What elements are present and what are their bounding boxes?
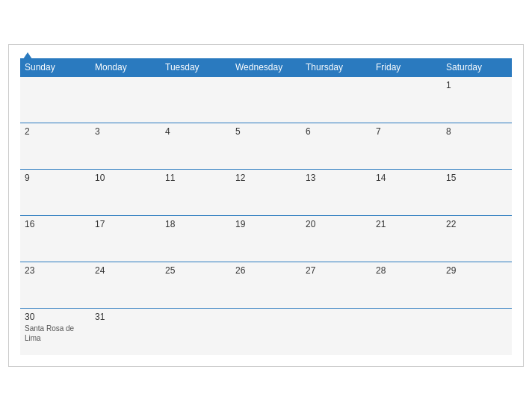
- day-number: 8: [446, 126, 507, 137]
- week-row-3: 9101112131415: [20, 170, 512, 216]
- calendar-cell: 25: [161, 262, 231, 309]
- day-number: 6: [306, 126, 367, 137]
- calendar-cell: 16: [20, 216, 90, 262]
- calendar-cell: 21: [371, 216, 442, 262]
- calendar-cell: 29: [442, 262, 512, 309]
- day-number: 24: [95, 265, 156, 276]
- week-row-4: 16171819202122: [20, 216, 512, 262]
- calendar-wrapper: SundayMondayTuesdayWednesdayThursdayFrid…: [8, 44, 524, 367]
- day-number: 27: [306, 265, 367, 276]
- day-number: 13: [306, 173, 367, 183]
- calendar-cell: 26: [231, 262, 301, 309]
- calendar-cell: 1: [442, 77, 512, 123]
- day-number: 18: [165, 219, 226, 229]
- calendar-cell: 6: [301, 123, 371, 170]
- calendar-cell: [231, 309, 301, 355]
- day-number: 9: [25, 173, 86, 183]
- calendar-cell: 3: [90, 123, 161, 170]
- day-number: 22: [446, 219, 507, 229]
- weekday-header-tuesday: Tuesday: [161, 58, 231, 77]
- calendar-cell: [161, 309, 231, 355]
- logo-triangle-icon: [22, 52, 34, 61]
- day-number: 20: [306, 219, 367, 229]
- calendar-cell: 31: [90, 309, 161, 355]
- calendar-cell: [231, 77, 301, 123]
- weekday-header-friday: Friday: [371, 58, 442, 77]
- day-number: 10: [95, 173, 156, 183]
- day-number: 7: [376, 126, 437, 137]
- day-number: 2: [25, 126, 86, 137]
- calendar-cell: [371, 309, 442, 355]
- calendar-cell: [301, 77, 371, 123]
- calendar-cell: 30Santa Rosa de Lima: [20, 309, 90, 355]
- day-number: 26: [235, 265, 297, 276]
- day-number: 5: [235, 126, 297, 137]
- weekday-header-thursday: Thursday: [301, 58, 371, 77]
- calendar-cell: 23: [20, 262, 90, 309]
- calendar-cell: 22: [442, 216, 512, 262]
- calendar-cell: 15: [442, 170, 512, 216]
- calendar-cell: [442, 309, 512, 355]
- calendar-cell: 8: [442, 123, 512, 170]
- day-number: 4: [165, 126, 226, 137]
- day-number: 1: [446, 80, 507, 90]
- week-row-5: 23242526272829: [20, 262, 512, 309]
- weekday-header-monday: Monday: [90, 58, 161, 77]
- day-number: 28: [376, 265, 437, 276]
- calendar-cell: 12: [231, 170, 301, 216]
- day-number: 11: [165, 173, 226, 183]
- calendar-cell: 14: [371, 170, 442, 216]
- weekday-header-wednesday: Wednesday: [231, 58, 301, 77]
- day-number: 17: [95, 219, 156, 229]
- day-number: 25: [165, 265, 226, 276]
- day-number: 15: [446, 173, 507, 183]
- day-number: 19: [235, 219, 297, 229]
- week-row-1: 1: [20, 77, 512, 123]
- calendar-cell: [161, 77, 231, 123]
- calendar-table: SundayMondayTuesdayWednesdayThursdayFrid…: [20, 58, 512, 355]
- calendar-cell: 19: [231, 216, 301, 262]
- week-row-2: 2345678: [20, 123, 512, 170]
- day-number: 21: [376, 219, 437, 229]
- calendar-cell: 13: [301, 170, 371, 216]
- week-row-6: 30Santa Rosa de Lima31: [20, 309, 512, 355]
- calendar-cell: [371, 77, 442, 123]
- day-number: 29: [446, 265, 507, 276]
- weekday-header-saturday: Saturday: [442, 58, 512, 77]
- calendar-cell: 11: [161, 170, 231, 216]
- day-number: 23: [25, 265, 86, 276]
- calendar-cell: 20: [301, 216, 371, 262]
- calendar-cell: 4: [161, 123, 231, 170]
- day-number: 14: [376, 173, 437, 183]
- day-number: 31: [95, 312, 156, 322]
- calendar-cell: 17: [90, 216, 161, 262]
- day-number: 12: [235, 173, 297, 183]
- calendar-cell: [301, 309, 371, 355]
- calendar-cell: 9: [20, 170, 90, 216]
- calendar-cell: [90, 77, 161, 123]
- day-number: 3: [95, 126, 156, 137]
- calendar-cell: 2: [20, 123, 90, 170]
- calendar-cell: [20, 77, 90, 123]
- calendar-cell: 10: [90, 170, 161, 216]
- calendar-cell: 28: [371, 262, 442, 309]
- calendar-cell: 24: [90, 262, 161, 309]
- calendar-cell: 7: [371, 123, 442, 170]
- calendar-cell: 27: [301, 262, 371, 309]
- calendar-cell: 18: [161, 216, 231, 262]
- holiday-label: Santa Rosa de Lima: [25, 324, 86, 343]
- weekday-header-row: SundayMondayTuesdayWednesdayThursdayFrid…: [20, 58, 512, 77]
- logo: [20, 52, 34, 61]
- day-number: 16: [25, 219, 86, 229]
- calendar-cell: 5: [231, 123, 301, 170]
- day-number: 30: [25, 312, 86, 322]
